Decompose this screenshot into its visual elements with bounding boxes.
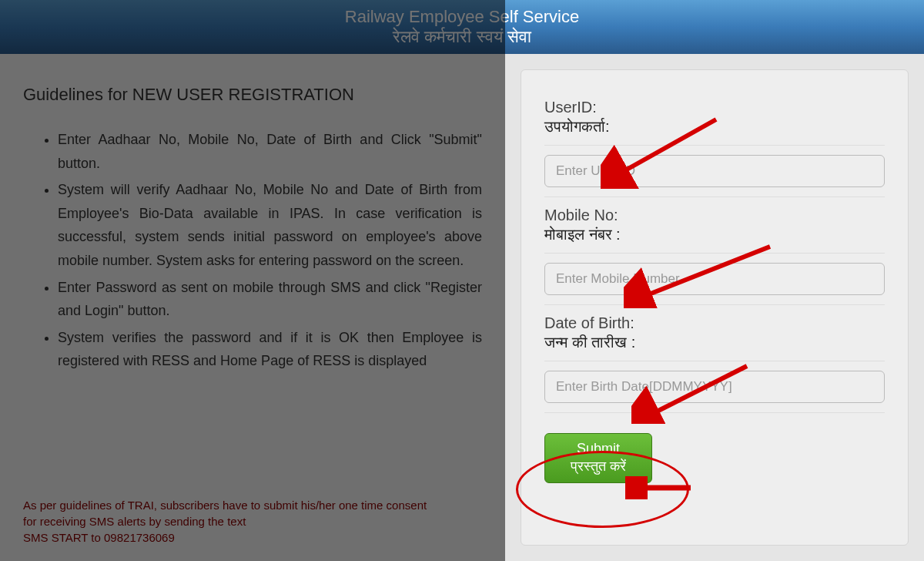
dob-input[interactable] (544, 371, 885, 403)
header-title-en: Railway Employee Self Service (345, 7, 579, 27)
dob-label-en: Date of Birth: (544, 314, 885, 332)
submit-row: Submit प्रस्तुत करें (544, 413, 885, 492)
guideline-item: Enter Password as sent on mobile through… (58, 276, 482, 323)
userid-input-row (544, 146, 885, 197)
dob-input-row (544, 361, 885, 413)
mobile-label-row: Mobile No: मोबाइल नंबर : (544, 197, 885, 254)
guideline-item: Enter Aadhaar No, Mobile No, Date of Bir… (58, 128, 482, 175)
mobile-label-en: Mobile No: (544, 207, 885, 224)
guidelines-panel: Guidelines for NEW USER REGISTRATION Ent… (0, 54, 505, 561)
guideline-item: System will verify Aadhaar No, Mobile No… (58, 178, 482, 272)
guideline-item: System verifies the password and if it i… (58, 326, 482, 373)
header-title-hi: रेलवे कर्मचारी स्वयं सेवा (393, 27, 531, 47)
trai-line2: for receiving SMS alerts by sending the … (23, 513, 482, 529)
registration-form: UserID: उपयोगकर्ता: Mobile No: मोबाइल नं… (521, 69, 909, 546)
mobile-input-row (544, 254, 885, 305)
userid-label-en: UserID: (544, 99, 885, 116)
mobile-label-hi: मोबाइल नंबर : (544, 226, 885, 244)
trai-line1: As per guidelines of TRAI, subscribers h… (23, 497, 482, 513)
userid-input[interactable] (544, 155, 885, 187)
dob-label-hi: जन्म की तारीख : (544, 334, 885, 351)
submit-label-hi: प्रस्तुत करें (564, 458, 633, 475)
page-header: Railway Employee Self Service रेलवे कर्म… (0, 0, 924, 54)
dob-label-row: Date of Birth: जन्म की तारीख : (544, 305, 885, 361)
submit-label-en: Submit (564, 440, 633, 458)
userid-label-hi: उपयोगकर्ता: (544, 118, 885, 136)
trai-notice: As per guidelines of TRAI, subscribers h… (23, 482, 482, 546)
form-panel: UserID: उपयोगकर्ता: Mobile No: मोबाइल नं… (505, 54, 924, 561)
submit-button[interactable]: Submit प्रस्तुत करें (544, 433, 652, 483)
trai-line3: SMS START to 09821736069 (23, 529, 482, 546)
guidelines-list: Enter Aadhaar No, Mobile No, Date of Bir… (23, 128, 482, 482)
userid-label-row: UserID: उपयोगकर्ता: (544, 89, 885, 146)
mobile-input[interactable] (544, 263, 885, 295)
content-wrapper: Guidelines for NEW USER REGISTRATION Ent… (0, 54, 924, 561)
guidelines-title: Guidelines for NEW USER REGISTRATION (23, 85, 482, 105)
